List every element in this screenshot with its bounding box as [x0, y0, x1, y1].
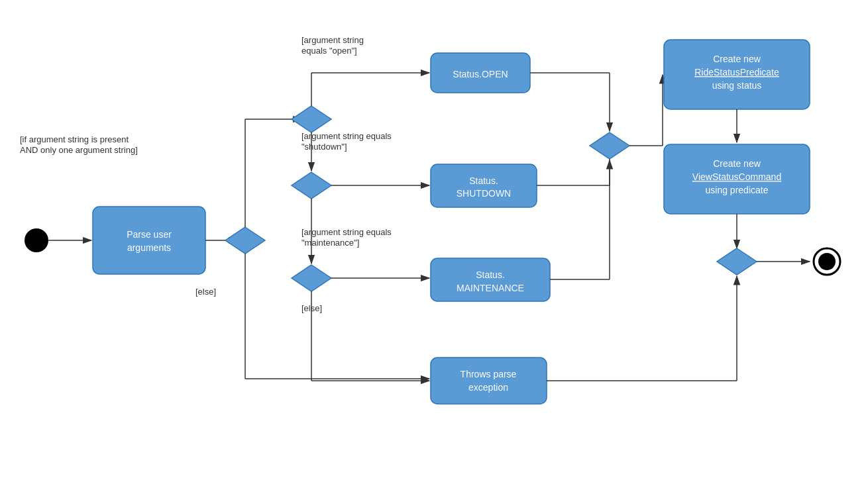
create-view-label3: using predicate — [706, 185, 769, 195]
status-maint-label2: MAINTENANCE — [457, 283, 524, 293]
parse-args-label: Parse user — [127, 229, 172, 240]
diamond-shutdown — [292, 172, 331, 199]
create-ride-label3: using status — [712, 80, 762, 91]
label-arg-maintenance: [argument string equals "maintenance"] — [301, 227, 394, 248]
diamond-main — [225, 227, 265, 254]
status-maint-label1: Status. — [476, 269, 505, 280]
status-open-label: Status.OPEN — [453, 69, 508, 79]
create-view-label1: Create new — [713, 158, 761, 169]
create-view-label2: ViewStatusCommand — [692, 171, 781, 182]
create-ride-label1: Create new — [713, 54, 761, 64]
status-shutdown-label: Status. — [469, 175, 498, 186]
end-node-inner — [818, 253, 836, 270]
diamond-top — [292, 106, 331, 132]
parse-args-label2: arguments — [127, 242, 171, 253]
diamond-right-top — [590, 132, 629, 159]
status-shutdown-label2: SHUTDOWN — [457, 188, 511, 199]
throws-parse-box — [431, 358, 547, 404]
start-node — [25, 228, 48, 252]
diamond-right-bottom — [717, 248, 757, 275]
parse-args-box — [93, 207, 205, 274]
label-else-main: [else] — [195, 287, 216, 297]
label-if-present: [if argument string is present AND only … — [20, 134, 138, 155]
label-arg-open: [argument string equals "open"] — [301, 35, 366, 56]
label-arg-shutdown: [argument string equals "shutdown"] — [301, 131, 394, 152]
throws-parse-label1: Throws parse — [461, 369, 517, 379]
create-ride-label2: RideStatusPredicate — [694, 67, 779, 77]
diamond-maintenance — [292, 265, 331, 291]
throws-parse-label2: exception — [468, 382, 508, 393]
